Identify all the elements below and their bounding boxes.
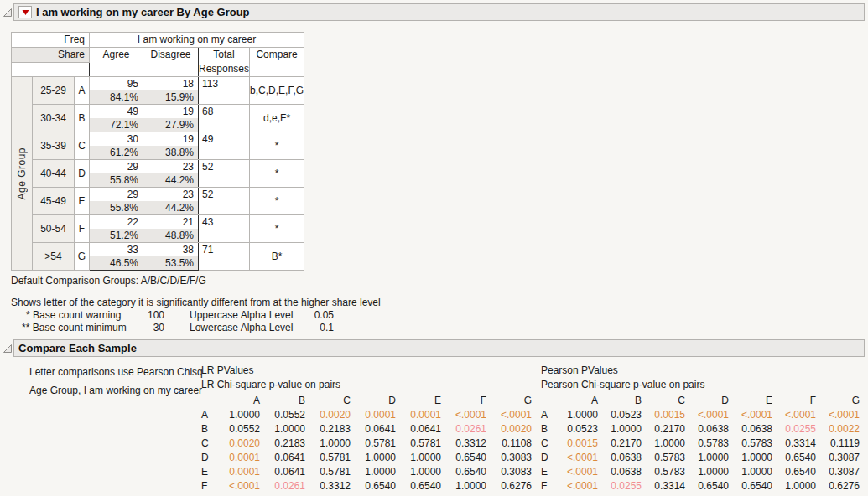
p-value-cell: 0.6540 — [779, 465, 823, 479]
matrix-row: C0.00200.21831.00000.57810.57810.33120.1… — [201, 437, 538, 451]
matrix-corner — [201, 394, 221, 408]
total-responses-cell: 68 — [199, 105, 250, 132]
uppercase-alpha-value: 0.05 — [307, 309, 334, 322]
letter-cell: F — [75, 215, 90, 243]
p-value-cell: 0.6540 — [448, 451, 493, 465]
disclosure-triangle-icon[interactable] — [2, 8, 13, 18]
matrix-row: E0.00010.06410.57811.00001.00000.65400.3… — [201, 465, 538, 479]
p-value-cell: <.0001 — [779, 408, 823, 422]
p-value-cell: 0.6276 — [823, 479, 866, 493]
p-value-cell: 0.2170 — [605, 437, 648, 451]
total-responses-cell: 49 — [199, 132, 250, 160]
disagree-share: 27.9% — [143, 118, 198, 132]
p-value-cell: 0.0022 — [823, 422, 866, 437]
disagree-count: 19 — [143, 105, 198, 118]
disagree-cell: 38 53.5% — [143, 243, 199, 271]
p-value-cell: 0.3314 — [779, 437, 823, 451]
p-value-cell: 0.6276 — [493, 479, 538, 493]
table-row-40-44: 40-44 D 29 55.8% 23 44.2% 52 * — [12, 160, 304, 188]
matrix-row: B0.05521.00000.21830.06410.06410.02610.0… — [201, 422, 538, 437]
p-value-cell: 0.1108 — [493, 437, 538, 451]
agree-cell: 95 84.1% — [90, 77, 143, 105]
p-value-cell: 0.0001 — [221, 465, 267, 479]
freq-share-table: Freq I am working on my career Share Agr… — [11, 32, 304, 271]
letter-cell: C — [75, 132, 90, 160]
corner-freq-label: Freq — [12, 33, 90, 48]
compare-each-sample-bar[interactable]: Compare Each Sample — [13, 339, 865, 357]
matrix-row: D<.00010.06380.57831.00001.00000.65400.3… — [541, 451, 866, 465]
matrix-row: F<.00010.02610.33120.65400.65401.00000.6… — [201, 479, 538, 493]
p-value-cell: 1.0000 — [692, 465, 735, 479]
p-value-cell: 1.0000 — [357, 465, 403, 479]
grouping-variables-label: Age Group, I am working on my career — [29, 381, 201, 400]
table-row-35-39: 35-39 C 30 61.2% 19 38.8% 49 * — [12, 132, 304, 160]
p-value-cell: 1.0000 — [267, 422, 312, 437]
p-value-cell: 0.0020 — [493, 422, 538, 437]
disagree-count: 38 — [143, 243, 198, 256]
matrix-row-label: A — [201, 408, 221, 422]
compare-letters-cell: * — [250, 188, 304, 215]
p-value-cell: <.0001 — [823, 408, 866, 422]
outline-node-2-header: Compare Each Sample — [2, 339, 865, 357]
matrix-col-header: E — [735, 394, 779, 408]
agree-share: 55.8% — [90, 201, 143, 214]
p-value-cell: 1.0000 — [735, 465, 779, 479]
matrix-row: E<.00010.06380.57831.00001.00000.65400.3… — [541, 465, 866, 479]
compare-each-sample-body: Letter comparisons use Pearson Chisq Age… — [0, 357, 868, 496]
p-value-cell: 0.3083 — [493, 465, 538, 479]
matrix-col-header: F — [448, 394, 493, 408]
p-value-cell: 0.2183 — [312, 422, 357, 437]
p-value-cell: 0.0523 — [561, 422, 605, 437]
agree-count: 49 — [90, 105, 143, 118]
p-value-cell: <.0001 — [692, 408, 735, 422]
p-value-cell: <.0001 — [493, 408, 538, 422]
age-range-cell: 40-44 — [33, 160, 75, 188]
lowercase-alpha-value: 0.1 — [307, 322, 334, 334]
agree-cell: 33 46.5% — [90, 243, 143, 271]
disagree-count: 21 — [143, 215, 198, 229]
shows-letter-note: Shows letter of the category it is signi… — [11, 297, 868, 309]
p-value-cell: 1.0000 — [403, 451, 448, 465]
p-value-cell: 0.0638 — [605, 465, 648, 479]
p-value-cell: 0.0638 — [735, 422, 779, 437]
disagree-count: 18 — [143, 77, 198, 90]
agree-count: 30 — [90, 132, 143, 146]
agree-share: 84.1% — [90, 90, 143, 104]
p-value-cell: 0.2170 — [648, 422, 692, 437]
agree-share: 55.8% — [90, 173, 143, 187]
agree-count: 95 — [90, 77, 143, 90]
matrix-col-header: C — [312, 394, 357, 408]
disagree-count: 23 — [143, 160, 198, 173]
matrix-col-header: C — [648, 394, 692, 408]
matrix-row-label: E — [201, 465, 221, 479]
base-count-warning-label: * Base count warning — [26, 309, 143, 322]
agree-share: 51.2% — [90, 229, 143, 242]
compare-each-sample-title: Compare Each Sample — [18, 342, 137, 354]
age-range-cell: 45-49 — [33, 188, 75, 215]
p-value-cell: 0.0523 — [605, 408, 648, 422]
disclosure-triangle-icon[interactable] — [2, 344, 13, 354]
base-count-minimum-label: ** Base count minimum — [22, 322, 143, 334]
p-value-cell: 0.5783 — [648, 451, 692, 465]
p-value-cell: 0.5783 — [735, 437, 779, 451]
col-header-agree: Agree — [90, 48, 143, 77]
outline-title-bar[interactable]: I am working on my career By Age Group — [13, 3, 865, 21]
agree-cell: 29 55.8% — [90, 160, 143, 188]
letter-cell: B — [75, 105, 90, 132]
disagree-cell: 21 48.8% — [143, 215, 199, 243]
table-row-50-54: 50-54 F 22 51.2% 21 48.8% 43 * — [12, 215, 304, 243]
p-value-cell: 1.0000 — [221, 408, 267, 422]
agree-count: 29 — [90, 160, 143, 173]
col-header-total-line2: Responses — [199, 62, 249, 76]
p-value-cell: 1.0000 — [561, 408, 605, 422]
matrix-header-row: ABCDEFG — [541, 394, 866, 408]
question-span-header: I am working on my career — [90, 33, 304, 48]
p-value-cell: 0.3083 — [493, 451, 538, 465]
col-header-disagree: Disagree — [143, 48, 199, 77]
red-triangle-menu-icon[interactable] — [18, 6, 32, 18]
matrix-row-label: F — [201, 479, 221, 493]
matrix-corner — [541, 394, 561, 408]
total-responses-cell: 52 — [199, 160, 250, 188]
p-value-cell: 0.3312 — [448, 437, 493, 451]
matrix-col-header: G — [823, 394, 866, 408]
